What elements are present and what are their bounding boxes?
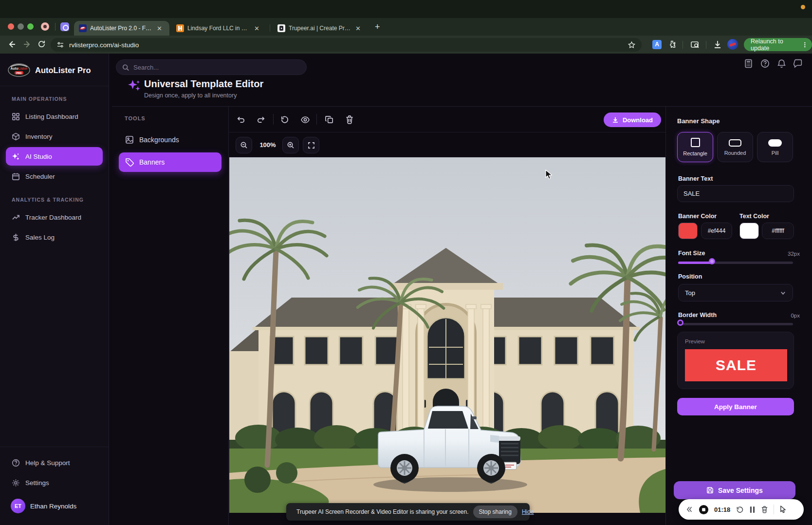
downloads-icon[interactable] [713,39,722,49]
fullscreen-button[interactable] [303,137,319,153]
reload-icon[interactable] [37,39,46,49]
recording-indicator-dot [801,5,805,9]
delete-recording-icon[interactable] [761,506,768,513]
text-color-hex-input[interactable] [762,223,794,239]
rotate-ccw-icon[interactable] [280,115,289,124]
position-select[interactable]: Top [678,284,793,301]
calculator-icon[interactable] [744,59,753,68]
tab-title: Trupeer.ai | Create Product V [289,25,351,32]
screen-record-indicator-icon[interactable] [41,22,49,31]
window-zoom-button[interactable] [27,23,34,30]
kebab-menu-icon[interactable] [802,41,808,48]
sidebar-item-ai-studio[interactable]: AI Studio [6,147,103,166]
site-info-icon[interactable] [56,41,64,49]
divider [270,24,270,32]
tab-close-icon[interactable]: ✕ [157,25,162,32]
divider [316,114,317,125]
sidebar-item-sales-log[interactable]: Sales Log [6,228,103,246]
help-icon[interactable] [760,59,770,68]
duplicate-icon[interactable] [325,115,334,124]
tab-close-icon[interactable]: ✕ [355,25,361,32]
tab-trupeer[interactable]: Trupeer.ai | Create Product V ✕ [273,21,369,36]
sidebar-item-tracker-dashboard[interactable]: Tracker Dashboard [6,208,103,226]
section-label-analytics: ANALYTICS & TRACKING [0,187,109,206]
position-label: Position [678,273,702,280]
banner-color-swatch[interactable] [678,223,698,239]
tab-autolister[interactable]: AutoLister Pro 2.0 - Faceboo ✕ [74,21,169,36]
user-avatar: ET [11,499,25,513]
sidebar-item-help[interactable]: Help & Support [6,453,103,472]
redo-icon[interactable] [257,115,266,124]
recorder-toolbar[interactable]: 01:18 [679,499,804,520]
back-icon[interactable] [7,39,17,49]
sidebar-item-inventory[interactable]: Inventory [6,127,103,146]
window-close-button[interactable] [8,23,14,30]
tab-lindsay-ford[interactable]: Lindsay Ford LLC in Silver Sp ✕ [171,21,268,36]
tool-banners[interactable]: Banners [119,152,221,172]
trash-icon[interactable] [345,115,354,124]
url-field[interactable]: rvlisterpro.com/ai-studio [51,38,642,52]
global-search[interactable] [116,59,307,75]
extension-a-icon[interactable]: A [652,40,662,49]
hide-link[interactable]: Hide [522,508,534,515]
canvas-image[interactable] [229,157,665,513]
new-tab-button[interactable]: + [375,22,380,31]
screen-share-bar: Trupeer AI Screen Recorder & Video Edito… [286,503,530,521]
banner-color-hex-input[interactable] [701,223,732,239]
banner-text-input[interactable] [677,185,794,202]
tab-search-icon[interactable] [690,40,700,50]
forward-icon[interactable] [22,39,32,49]
sidebar-item-settings[interactable]: Settings [6,473,103,492]
cursor-tool-icon[interactable] [779,506,787,513]
undo-icon[interactable] [236,115,245,124]
save-settings-button[interactable]: Save Settings [674,481,795,499]
profile-avatar[interactable] [727,39,738,50]
fullscreen-icon [308,142,315,149]
window-minimize-button[interactable] [18,23,24,30]
tab-close-icon[interactable]: ✕ [254,25,259,32]
banner-shape-label: Banner Shape [677,117,720,125]
download-label: Download [623,116,653,124]
tool-backgrounds[interactable]: Backgrounds [119,130,221,150]
user-row[interactable]: ET Ethan Reynolds [6,499,103,513]
sidebar-item-label: Help & Support [25,459,70,467]
extensions-puzzle-icon[interactable] [667,40,677,49]
font-size-slider[interactable] [678,262,793,264]
page-title: Universal Template Editor [144,78,263,90]
page-header: Universal Template Editor Design once, a… [112,76,812,106]
border-width-slider[interactable] [678,323,793,325]
restart-icon[interactable] [736,506,744,514]
divider [774,505,774,514]
download-button[interactable]: Download [604,112,661,127]
sidebar-item-scheduler[interactable]: Scheduler [6,167,103,186]
shape-pill-button[interactable]: Pill [757,132,793,162]
search-input[interactable] [133,64,300,71]
chevrons-left-icon[interactable] [685,506,693,513]
zoom-out-button[interactable] [236,137,252,153]
canvas-toolbar: Download [229,107,665,132]
tab-title: AutoLister Pro 2.0 - Faceboo [90,25,152,32]
pause-icon[interactable] [749,506,756,513]
slider-thumb[interactable] [677,319,683,326]
slider-thumb[interactable] [709,258,715,264]
font-size-label: Font Size [678,250,705,257]
zoom-in-button[interactable] [282,137,299,153]
bell-icon[interactable] [777,59,786,68]
trupeer-favicon [277,24,285,32]
bookmark-star-icon[interactable] [627,41,636,49]
shape-rounded-button[interactable]: Rounded [717,132,753,162]
chat-icon[interactable] [794,59,803,68]
text-color-swatch[interactable] [739,223,759,239]
sidebar-item-listing-dashboard[interactable]: Listing Dashboard [6,107,103,126]
stop-record-icon[interactable] [699,505,709,515]
relaunch-button[interactable]: Relaunch to update [744,38,812,51]
apply-banner-button[interactable]: Apply Banner [677,398,794,415]
extension-pinned-icon[interactable] [60,22,69,31]
shape-rectangle-button[interactable]: Rectangle [677,132,713,162]
sidebar-item-label: Inventory [25,133,53,140]
pill-icon [768,139,782,147]
stop-sharing-button[interactable]: Stop sharing [473,506,517,518]
shape-label: Rounded [724,150,746,156]
eye-icon[interactable] [300,115,310,125]
divider [683,41,683,49]
